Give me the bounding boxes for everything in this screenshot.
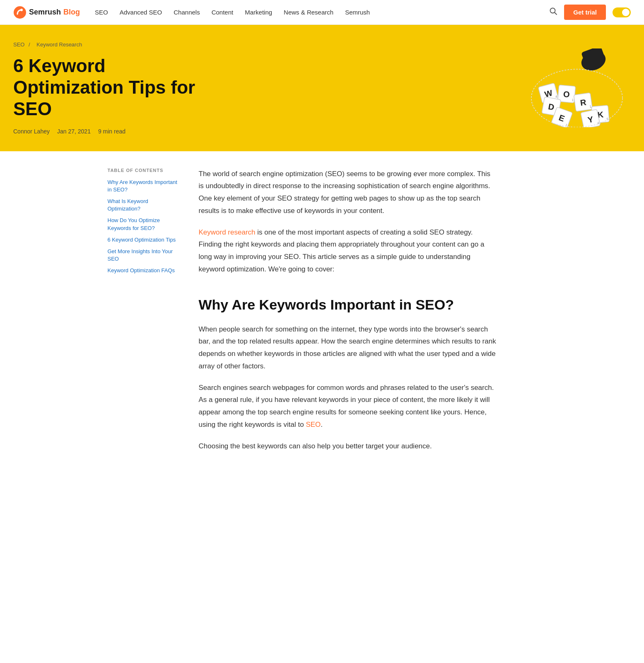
brand-name-text: Semrush [29, 8, 61, 17]
hero-section: SEO / Keyword Research 6 Keyword Optimiz… [0, 25, 644, 151]
toc-item-2: What Is Keyword Optimization? [108, 198, 182, 213]
intro-paragraph-1: The world of search engine optimization … [199, 168, 497, 217]
search-icon [549, 7, 557, 15]
intro-paragraph-2: Keyword research is one of the most impo… [199, 226, 497, 276]
publish-date: Jan 27, 2021 [57, 128, 91, 135]
toc-link-5[interactable]: Get More Insights Into Your SEO [108, 248, 182, 263]
hero-illustration: W 4 O 1 R 1 D 2 K 5 [523, 46, 631, 129]
nav-links: SEO Advanced SEO Channels Content Market… [95, 9, 549, 16]
hero-text: SEO / Keyword Research 6 Keyword Optimiz… [13, 41, 220, 135]
semrush-logo-icon [13, 6, 27, 19]
why-paragraph-1: When people search for something on the … [199, 323, 497, 373]
search-button[interactable] [549, 7, 557, 17]
brand-logo[interactable]: Semrush Blog [13, 6, 80, 19]
nav-right: Get trial [549, 5, 631, 20]
get-trial-button[interactable]: Get trial [564, 5, 606, 20]
toc-item-6: Keyword Optimization FAQs [108, 267, 182, 274]
nav-channels[interactable]: Channels [174, 9, 200, 16]
toc-item-5: Get More Insights Into Your SEO [108, 248, 182, 263]
theme-toggle[interactable] [613, 7, 631, 17]
nav-advanced-seo[interactable]: Advanced SEO [120, 9, 162, 16]
svg-point-0 [14, 6, 26, 19]
keyword-research-link[interactable]: Keyword research [199, 228, 256, 236]
nav-marketing[interactable]: Marketing [245, 9, 272, 16]
navbar: Semrush Blog SEO Advanced SEO Channels C… [0, 0, 644, 25]
breadcrumb: SEO / Keyword Research [13, 41, 220, 48]
read-time: 9 min read [98, 128, 125, 135]
scrabble-illustration: W 4 O 1 R 1 D 2 K 5 [527, 48, 627, 127]
svg-line-3 [555, 12, 557, 15]
svg-text:O: O [563, 90, 570, 99]
nav-semrush[interactable]: Semrush [345, 9, 370, 16]
brand-blog-text: Blog [63, 8, 80, 17]
toc-label: TABLE OF CONTENTS [108, 168, 182, 173]
toc-link-2[interactable]: What Is Keyword Optimization? [108, 198, 182, 213]
toc-item-4: 6 Keyword Optimization Tips [108, 236, 182, 244]
svg-point-1 [20, 9, 23, 11]
breadcrumb-separator: / [29, 41, 31, 48]
seo-inline-link[interactable]: SEO [306, 421, 321, 428]
nav-seo[interactable]: SEO [95, 9, 108, 16]
toc-link-6[interactable]: Keyword Optimization FAQs [108, 267, 182, 274]
nav-content[interactable]: Content [212, 9, 234, 16]
nav-news-research[interactable]: News & Research [284, 9, 333, 16]
toc-link-3[interactable]: How Do You Optimize Keywords for SEO? [108, 217, 182, 232]
why-paragraph-2: Search engines search webpages for commo… [199, 382, 497, 431]
sidebar-toc: TABLE OF CONTENTS Why Are Keywords Impor… [108, 168, 182, 462]
main-layout: TABLE OF CONTENTS Why Are Keywords Impor… [94, 151, 550, 478]
toc-link-4[interactable]: 6 Keyword Optimization Tips [108, 236, 182, 244]
breadcrumb-seo[interactable]: SEO [13, 41, 24, 48]
why-p2-prefix: Search engines search webpages for commo… [199, 384, 494, 428]
why-p2-suffix: . [321, 421, 323, 428]
toc-item-1: Why Are Keywords Important in SEO? [108, 179, 182, 194]
article-body: The world of search engine optimization … [199, 168, 497, 462]
section-heading-why: Why Are Keywords Important in SEO? [199, 296, 497, 313]
toc-list: Why Are Keywords Important in SEO? What … [108, 179, 182, 275]
why-paragraph-3: Choosing the best keywords can also help… [199, 440, 497, 452]
toc-link-1[interactable]: Why Are Keywords Important in SEO? [108, 179, 182, 194]
article-title: 6 Keyword Optimization Tips for SEO [13, 55, 220, 120]
toc-item-3: How Do You Optimize Keywords for SEO? [108, 217, 182, 232]
author-name: Connor Lahey [13, 128, 50, 135]
hero-meta: Connor Lahey Jan 27, 2021 9 min read [13, 128, 220, 135]
breadcrumb-keyword-research: Keyword Research [36, 41, 82, 48]
